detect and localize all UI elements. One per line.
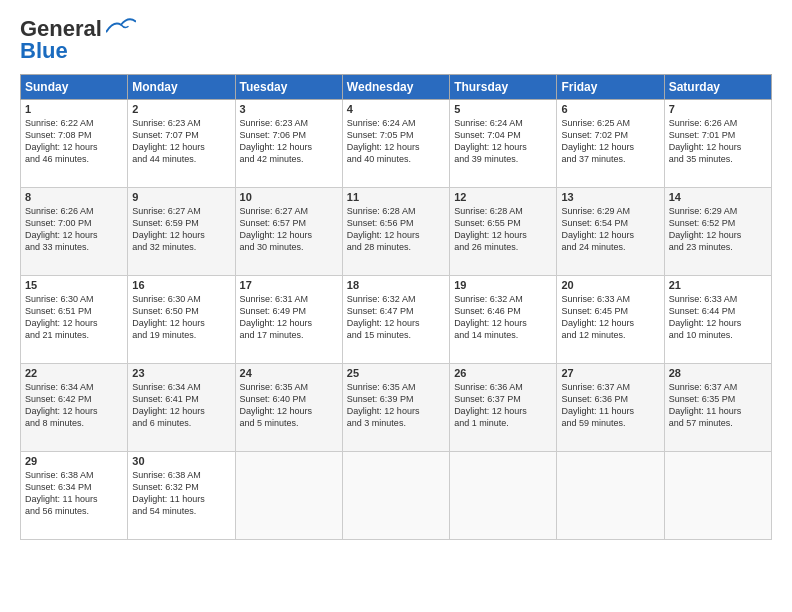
day-info: Sunrise: 6:24 AM Sunset: 7:04 PM Dayligh… <box>454 117 552 166</box>
header: General Blue <box>20 16 772 64</box>
table-row <box>235 452 342 540</box>
col-monday: Monday <box>128 75 235 100</box>
table-row: 26Sunrise: 6:36 AM Sunset: 6:37 PM Dayli… <box>450 364 557 452</box>
table-row: 1Sunrise: 6:22 AM Sunset: 7:08 PM Daylig… <box>21 100 128 188</box>
table-row: 16Sunrise: 6:30 AM Sunset: 6:50 PM Dayli… <box>128 276 235 364</box>
day-info: Sunrise: 6:34 AM Sunset: 6:41 PM Dayligh… <box>132 381 230 430</box>
day-number: 24 <box>240 367 338 379</box>
day-info: Sunrise: 6:37 AM Sunset: 6:36 PM Dayligh… <box>561 381 659 430</box>
day-number: 18 <box>347 279 445 291</box>
col-thursday: Thursday <box>450 75 557 100</box>
table-row: 12Sunrise: 6:28 AM Sunset: 6:55 PM Dayli… <box>450 188 557 276</box>
logo-bird-icon <box>106 18 136 36</box>
day-info: Sunrise: 6:29 AM Sunset: 6:54 PM Dayligh… <box>561 205 659 254</box>
table-row: 23Sunrise: 6:34 AM Sunset: 6:41 PM Dayli… <box>128 364 235 452</box>
day-number: 27 <box>561 367 659 379</box>
table-row: 30Sunrise: 6:38 AM Sunset: 6:32 PM Dayli… <box>128 452 235 540</box>
day-number: 4 <box>347 103 445 115</box>
day-number: 7 <box>669 103 767 115</box>
col-wednesday: Wednesday <box>342 75 449 100</box>
day-info: Sunrise: 6:23 AM Sunset: 7:07 PM Dayligh… <box>132 117 230 166</box>
day-info: Sunrise: 6:28 AM Sunset: 6:56 PM Dayligh… <box>347 205 445 254</box>
day-info: Sunrise: 6:31 AM Sunset: 6:49 PM Dayligh… <box>240 293 338 342</box>
day-number: 16 <box>132 279 230 291</box>
day-number: 6 <box>561 103 659 115</box>
day-number: 30 <box>132 455 230 467</box>
day-number: 17 <box>240 279 338 291</box>
calendar-row: 15Sunrise: 6:30 AM Sunset: 6:51 PM Dayli… <box>21 276 772 364</box>
day-info: Sunrise: 6:38 AM Sunset: 6:32 PM Dayligh… <box>132 469 230 518</box>
day-info: Sunrise: 6:24 AM Sunset: 7:05 PM Dayligh… <box>347 117 445 166</box>
day-info: Sunrise: 6:32 AM Sunset: 6:47 PM Dayligh… <box>347 293 445 342</box>
day-number: 29 <box>25 455 123 467</box>
day-number: 12 <box>454 191 552 203</box>
table-row: 18Sunrise: 6:32 AM Sunset: 6:47 PM Dayli… <box>342 276 449 364</box>
day-number: 2 <box>132 103 230 115</box>
day-info: Sunrise: 6:33 AM Sunset: 6:45 PM Dayligh… <box>561 293 659 342</box>
day-number: 11 <box>347 191 445 203</box>
day-info: Sunrise: 6:35 AM Sunset: 6:40 PM Dayligh… <box>240 381 338 430</box>
day-info: Sunrise: 6:25 AM Sunset: 7:02 PM Dayligh… <box>561 117 659 166</box>
table-row: 13Sunrise: 6:29 AM Sunset: 6:54 PM Dayli… <box>557 188 664 276</box>
logo-blue: Blue <box>20 38 68 64</box>
table-row: 14Sunrise: 6:29 AM Sunset: 6:52 PM Dayli… <box>664 188 771 276</box>
day-number: 22 <box>25 367 123 379</box>
day-info: Sunrise: 6:23 AM Sunset: 7:06 PM Dayligh… <box>240 117 338 166</box>
table-row: 19Sunrise: 6:32 AM Sunset: 6:46 PM Dayli… <box>450 276 557 364</box>
logo: General Blue <box>20 16 136 64</box>
day-number: 19 <box>454 279 552 291</box>
day-number: 23 <box>132 367 230 379</box>
table-row: 24Sunrise: 6:35 AM Sunset: 6:40 PM Dayli… <box>235 364 342 452</box>
day-number: 28 <box>669 367 767 379</box>
table-row: 27Sunrise: 6:37 AM Sunset: 6:36 PM Dayli… <box>557 364 664 452</box>
table-row: 8Sunrise: 6:26 AM Sunset: 7:00 PM Daylig… <box>21 188 128 276</box>
table-row <box>664 452 771 540</box>
calendar-row: 29Sunrise: 6:38 AM Sunset: 6:34 PM Dayli… <box>21 452 772 540</box>
table-row: 22Sunrise: 6:34 AM Sunset: 6:42 PM Dayli… <box>21 364 128 452</box>
table-row: 29Sunrise: 6:38 AM Sunset: 6:34 PM Dayli… <box>21 452 128 540</box>
table-row: 10Sunrise: 6:27 AM Sunset: 6:57 PM Dayli… <box>235 188 342 276</box>
day-info: Sunrise: 6:33 AM Sunset: 6:44 PM Dayligh… <box>669 293 767 342</box>
day-info: Sunrise: 6:38 AM Sunset: 6:34 PM Dayligh… <box>25 469 123 518</box>
col-sunday: Sunday <box>21 75 128 100</box>
table-row: 25Sunrise: 6:35 AM Sunset: 6:39 PM Dayli… <box>342 364 449 452</box>
day-number: 5 <box>454 103 552 115</box>
day-number: 14 <box>669 191 767 203</box>
col-friday: Friday <box>557 75 664 100</box>
day-info: Sunrise: 6:26 AM Sunset: 7:01 PM Dayligh… <box>669 117 767 166</box>
table-row: 3Sunrise: 6:23 AM Sunset: 7:06 PM Daylig… <box>235 100 342 188</box>
calendar-row: 22Sunrise: 6:34 AM Sunset: 6:42 PM Dayli… <box>21 364 772 452</box>
day-number: 10 <box>240 191 338 203</box>
day-number: 20 <box>561 279 659 291</box>
col-tuesday: Tuesday <box>235 75 342 100</box>
table-row <box>342 452 449 540</box>
calendar-row: 8Sunrise: 6:26 AM Sunset: 7:00 PM Daylig… <box>21 188 772 276</box>
table-row: 6Sunrise: 6:25 AM Sunset: 7:02 PM Daylig… <box>557 100 664 188</box>
day-number: 8 <box>25 191 123 203</box>
table-row: 15Sunrise: 6:30 AM Sunset: 6:51 PM Dayli… <box>21 276 128 364</box>
day-info: Sunrise: 6:22 AM Sunset: 7:08 PM Dayligh… <box>25 117 123 166</box>
table-row <box>450 452 557 540</box>
table-row: 5Sunrise: 6:24 AM Sunset: 7:04 PM Daylig… <box>450 100 557 188</box>
day-number: 25 <box>347 367 445 379</box>
page: General Blue Sunday Monday Tuesday Wedne… <box>0 0 792 612</box>
day-number: 9 <box>132 191 230 203</box>
calendar-table: Sunday Monday Tuesday Wednesday Thursday… <box>20 74 772 540</box>
table-row: 4Sunrise: 6:24 AM Sunset: 7:05 PM Daylig… <box>342 100 449 188</box>
day-info: Sunrise: 6:37 AM Sunset: 6:35 PM Dayligh… <box>669 381 767 430</box>
day-number: 1 <box>25 103 123 115</box>
day-info: Sunrise: 6:30 AM Sunset: 6:51 PM Dayligh… <box>25 293 123 342</box>
day-number: 26 <box>454 367 552 379</box>
table-row: 11Sunrise: 6:28 AM Sunset: 6:56 PM Dayli… <box>342 188 449 276</box>
day-info: Sunrise: 6:30 AM Sunset: 6:50 PM Dayligh… <box>132 293 230 342</box>
table-row: 9Sunrise: 6:27 AM Sunset: 6:59 PM Daylig… <box>128 188 235 276</box>
day-number: 15 <box>25 279 123 291</box>
day-info: Sunrise: 6:26 AM Sunset: 7:00 PM Dayligh… <box>25 205 123 254</box>
day-info: Sunrise: 6:35 AM Sunset: 6:39 PM Dayligh… <box>347 381 445 430</box>
table-row: 28Sunrise: 6:37 AM Sunset: 6:35 PM Dayli… <box>664 364 771 452</box>
calendar-row: 1Sunrise: 6:22 AM Sunset: 7:08 PM Daylig… <box>21 100 772 188</box>
day-number: 3 <box>240 103 338 115</box>
table-row <box>557 452 664 540</box>
col-saturday: Saturday <box>664 75 771 100</box>
day-info: Sunrise: 6:27 AM Sunset: 6:59 PM Dayligh… <box>132 205 230 254</box>
